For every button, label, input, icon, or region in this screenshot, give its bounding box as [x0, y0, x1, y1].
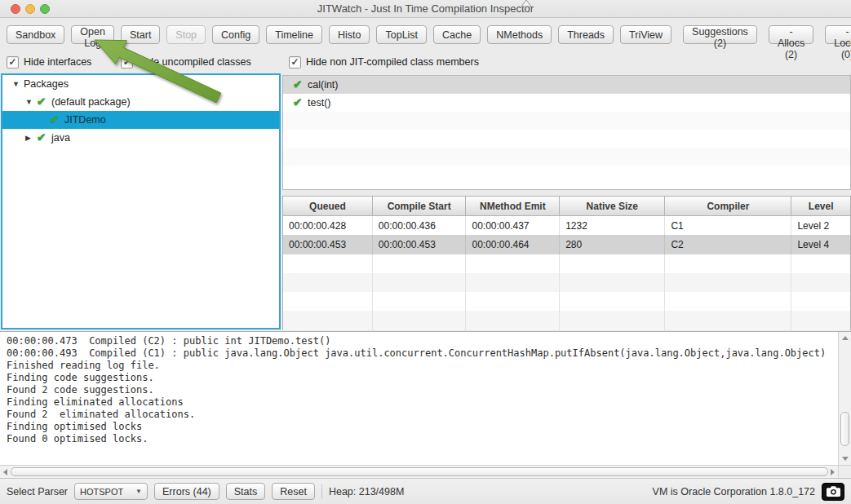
table-cell: 00:00:00.453: [283, 235, 373, 254]
toolbar-button-open-log[interactable]: Open Log: [71, 25, 114, 44]
toolbar-button-suggestions-2[interactable]: Suggestions (2): [683, 25, 757, 44]
checkbox-hide-interfaces[interactable]: ✓Hide interfaces: [7, 56, 91, 69]
log-vertical-scrollbar[interactable]: [838, 332, 851, 465]
horizontal-scrollbar-thumb[interactable]: [11, 467, 828, 476]
table-cell: [791, 273, 850, 292]
toolbar-button-nmethods[interactable]: NMethods: [487, 25, 552, 44]
jitwatch-window: JITWatch - Just In Time Compilation Insp…: [0, 0, 851, 504]
parser-select[interactable]: HOTSPOT ▼: [74, 483, 148, 500]
status-divider: [321, 484, 322, 499]
table-cell: [560, 311, 665, 329]
column-header-queued[interactable]: Queued: [283, 197, 373, 215]
table-cell: [466, 273, 560, 292]
toolbar-button-config[interactable]: Config: [212, 25, 259, 44]
checkbox-icon: ✓: [289, 56, 301, 69]
table-row[interactable]: 00:00:00.45300:00:00.45300:00:00.464280C…: [283, 235, 850, 254]
toolbar-button-start[interactable]: Start: [121, 25, 160, 44]
tree-item-label: (default package): [51, 96, 131, 108]
heap-usage: Heap: 213/498M: [329, 486, 404, 497]
checkbox-hide-non-jit-compiled-class-members[interactable]: ✓Hide non JIT-compiled class members: [289, 56, 479, 69]
toolbar-button-allocs-2[interactable]: -Allocs (2): [769, 25, 813, 44]
table-row[interactable]: 00:00:00.42800:00:00.43600:00:00.4371232…: [283, 216, 850, 235]
column-header-nmethod-emit[interactable]: NMethod Emit: [466, 197, 560, 215]
column-header-compiler[interactable]: Compiler: [665, 197, 791, 215]
table-cell: [791, 311, 850, 329]
table-cell: [283, 273, 373, 292]
chevron-expanded-icon[interactable]: ▼: [12, 80, 24, 88]
table-cell: [283, 292, 373, 311]
checkbox-hide-uncompiled-classes[interactable]: ✓Hide uncompiled classes: [121, 56, 250, 69]
table-cell: [373, 273, 467, 292]
column-header-compile-start[interactable]: Compile Start: [373, 197, 467, 215]
member-item-cal-int[interactable]: ✔cal(int): [283, 76, 850, 94]
checkbox-icon: ✓: [7, 56, 19, 69]
toolbar-button-threads[interactable]: Threads: [558, 25, 614, 44]
compiled-check-icon: ✔: [293, 97, 308, 108]
window-title: JITWatch - Just In Time Compilation Insp…: [0, 2, 851, 15]
toolbar-button-cache[interactable]: Cache: [433, 25, 481, 44]
table-cell: [283, 254, 373, 273]
toolbar-button-timeline[interactable]: Timeline: [266, 25, 322, 44]
checkbox-label: Hide uncompiled classes: [138, 56, 250, 68]
column-header-level[interactable]: Level: [791, 197, 850, 215]
table-cell: 00:00:00.464: [466, 235, 560, 254]
table-empty-row: [283, 311, 850, 329]
table-cell: [373, 292, 467, 311]
log-horizontal-scrollbar[interactable]: [0, 465, 838, 478]
toolbar-button-toplist[interactable]: TopList: [376, 25, 427, 44]
compilations-table-header: QueuedCompile StartNMethod EmitNative Si…: [283, 197, 850, 216]
table-cell: [466, 292, 560, 311]
log-text: 00:00:00.473 Compiled (C2) : public int …: [0, 332, 837, 464]
member-item-test[interactable]: ✔test(): [283, 94, 850, 112]
log-area: 00:00:00.473 Compiled (C2) : public int …: [0, 331, 851, 479]
compiled-check-icon: ✔: [37, 132, 51, 144]
vertical-scrollbar-thumb[interactable]: [840, 412, 849, 446]
camera-icon: [827, 486, 840, 497]
table-cell: [560, 254, 665, 273]
tree-item-label: JITDemo: [64, 114, 106, 126]
table-cell: [466, 311, 560, 329]
compilations-table: QueuedCompile StartNMethod EmitNative Si…: [282, 196, 851, 330]
chevron-expanded-icon[interactable]: ▼: [25, 98, 37, 106]
scroll-down-icon[interactable]: [842, 457, 849, 461]
scroll-left-icon[interactable]: [3, 469, 7, 475]
table-empty-row: [283, 273, 850, 292]
chevron-collapsed-icon[interactable]: ▶: [25, 134, 37, 142]
scroll-up-icon[interactable]: [842, 336, 849, 340]
toolbar-button-locks-0[interactable]: -Locks (0): [825, 25, 851, 44]
tree-item-java[interactable]: ▶✔java: [2, 129, 279, 147]
table-cell: [665, 311, 791, 329]
scrollbar-corner: [838, 465, 851, 478]
table-cell: [373, 311, 467, 329]
tree-item-default-package[interactable]: ▼✔(default package): [2, 93, 279, 111]
column-header-native-size[interactable]: Native Size: [560, 197, 665, 215]
toolbar-button-histo[interactable]: Histo: [329, 25, 370, 44]
member-empty-row: [283, 166, 850, 183]
tree-item-packages[interactable]: ▼Packages: [2, 75, 279, 93]
table-cell: [373, 254, 467, 273]
table-cell: Level 4: [791, 235, 850, 254]
checkbox-label: Hide non JIT-compiled class members: [306, 56, 479, 68]
table-cell: 280: [560, 235, 665, 254]
tree-item-label: java: [51, 132, 70, 144]
toolbar-button-triview[interactable]: TriView: [620, 25, 671, 44]
member-label: cal(int): [308, 79, 339, 91]
table-cell: [665, 254, 791, 273]
compilations-table-body: 00:00:00.42800:00:00.43600:00:00.4371232…: [283, 216, 850, 330]
tree-item-jitdemo[interactable]: ✔JITDemo: [2, 111, 279, 129]
toolbar-button-sandbox[interactable]: Sandbox: [7, 25, 64, 44]
toolbar-button-stop[interactable]: Stop: [166, 25, 206, 44]
toolbar: SandboxOpen LogStartStopConfigTimelineHi…: [0, 19, 851, 51]
member-empty-row: [283, 148, 850, 166]
screenshot-button[interactable]: [822, 483, 844, 501]
compiled-check-icon: ✔: [50, 114, 64, 126]
table-cell: [665, 292, 791, 311]
select-parser-label: Select Parser: [7, 486, 68, 497]
status-button-errors-44[interactable]: Errors (44): [154, 483, 219, 500]
scroll-right-icon[interactable]: [831, 469, 835, 475]
status-button-reset[interactable]: Reset: [272, 483, 315, 500]
status-button-stats[interactable]: Stats: [226, 483, 266, 500]
package-tree: ▼Packages▼✔(default package)✔JITDemo▶✔ja…: [1, 73, 281, 329]
member-empty-row: [283, 112, 850, 130]
table-cell: [283, 311, 373, 329]
